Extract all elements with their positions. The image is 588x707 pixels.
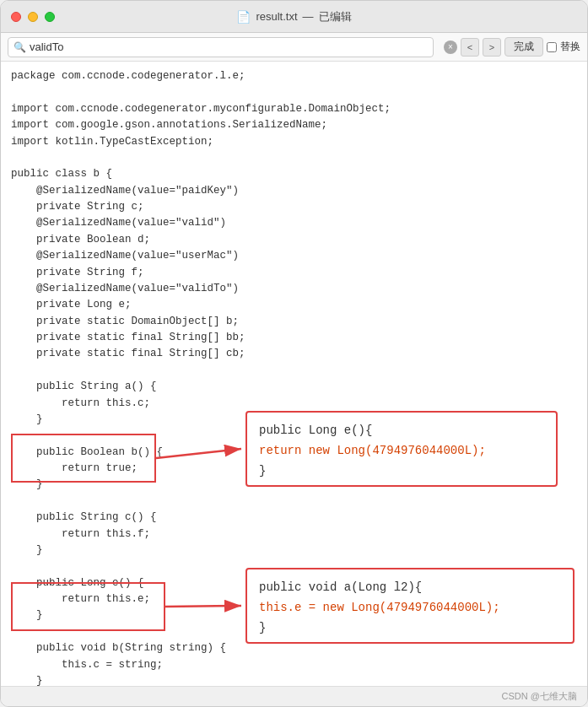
search-done-button[interactable]: 完成 [504, 37, 543, 57]
callout1-line3: } [259, 461, 544, 482]
window-subtitle: — [303, 10, 314, 23]
code-area: package com.ccnode.codegenerator.l.e; im… [1, 62, 587, 686]
main-window: 📄 result.txt — 已编辑 🔍 × < > 完成 替换 package… [0, 0, 588, 707]
callout1-line2: return new Long(4794976044000L); [259, 441, 544, 461]
search-controls: × < > 完成 替换 [444, 37, 580, 57]
callout1-line1: public Long e(){ [259, 421, 544, 441]
bottom-bar: CSDN @七维大脑 [1, 686, 587, 706]
search-icon: 🔍 [13, 41, 26, 53]
titlebar: 📄 result.txt — 已编辑 [1, 1, 587, 33]
window-title: result.txt [256, 10, 297, 23]
replace-label: 替换 [560, 40, 580, 54]
minimize-button[interactable] [28, 12, 38, 22]
callout2-line3: } [259, 618, 561, 639]
callout2-line2: this.e = new Long(4794976044000L); [259, 598, 561, 618]
watermark: CSDN @七维大脑 [502, 690, 577, 703]
maximize-button[interactable] [45, 12, 55, 22]
search-prev-button[interactable]: < [461, 38, 479, 57]
callout-void-a: public void a(Long l2){ this.e = new Lon… [245, 568, 575, 644]
replace-checkbox[interactable] [547, 42, 557, 52]
search-next-button[interactable]: > [483, 38, 501, 57]
search-clear-button[interactable]: × [444, 40, 457, 54]
file-icon: 📄 [236, 10, 251, 24]
traffic-lights [11, 12, 55, 22]
search-input-wrap[interactable]: 🔍 [8, 37, 434, 57]
window-edit-status: 已编辑 [319, 9, 352, 24]
close-button[interactable] [11, 12, 21, 22]
replace-wrap: 替换 [547, 40, 580, 54]
callout2-line1: public void a(Long l2){ [259, 578, 561, 598]
search-bar: 🔍 × < > 完成 替换 [1, 33, 587, 62]
search-input[interactable] [30, 40, 428, 53]
callout-long-e: public Long e(){ return new Long(4794976… [245, 411, 558, 487]
titlebar-text: 📄 result.txt — 已编辑 [236, 9, 351, 24]
